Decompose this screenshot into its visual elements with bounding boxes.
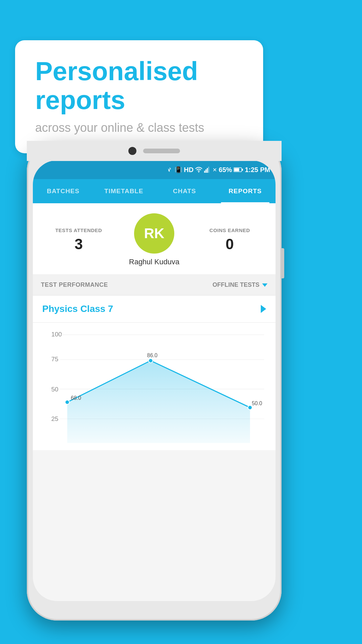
phone-top-notch [27,141,282,161]
power-button [281,248,284,278]
tests-attended-value: 3 [41,236,116,253]
data-point-2 [148,359,153,363]
y-label-25: 25 [51,415,58,422]
svg-rect-4 [208,167,209,173]
y-label-100: 100 [51,331,62,338]
tab-batches[interactable]: BATCHES [33,179,94,203]
battery-pct: 65% [219,166,232,174]
chart-area-fill [67,361,250,443]
bluetooth-icon [166,166,173,173]
filter-button[interactable]: OFFLINE TESTS [213,281,267,288]
phone-screen: 📳 HD ✕ 65% [33,160,276,601]
y-label-50: 50 [51,386,58,393]
tab-timetable[interactable]: TIMETABLE [94,179,154,203]
phone-container: 📳 HD ✕ 65% [27,141,282,621]
battery-icon [234,167,243,172]
speech-bubble: Personalised reports across your online … [15,40,263,153]
tab-chats[interactable]: CHATS [154,179,215,203]
chart-area: 100 75 50 25 [33,323,276,450]
data-label-2: 86.0 [147,353,158,358]
user-section: TESTS ATTENDED 3 RK Raghul Kuduva COINS … [33,203,276,275]
bubble-title: Personalised reports [35,57,243,115]
bubble-subtitle: across your online & class tests [35,121,243,135]
network-label: HD [184,166,193,174]
performance-chart: 100 75 50 25 [38,329,270,450]
svg-rect-6 [242,169,243,171]
phone-speaker [143,149,180,153]
coins-earned-block: COINS EARNED 0 [192,227,267,253]
tests-attended-label: TESTS ATTENDED [41,227,116,233]
data-label-1: 68.0 [71,395,81,401]
user-name: Raghul Kuduva [129,258,179,266]
svg-point-0 [198,172,199,173]
class-row[interactable]: Physics Class 7 [33,296,276,323]
coins-earned-value: 0 [192,236,267,253]
signal-icon [204,167,211,173]
vibrate-icon: 📳 [175,166,182,173]
data-point-1 [65,400,69,405]
app-content: TESTS ATTENDED 3 RK Raghul Kuduva COINS … [33,203,276,450]
no-signal-icon: ✕ [213,167,217,173]
svg-rect-2 [205,169,206,173]
wifi-icon [195,167,202,173]
tab-reports[interactable]: REPORTS [215,179,276,203]
tests-attended-block: TESTS ATTENDED 3 [41,227,116,253]
performance-label: TEST PERFORMANCE [41,281,108,288]
performance-header: TEST PERFORMANCE OFFLINE TESTS [33,275,276,296]
user-avatar: RK [134,213,174,254]
status-bar: 📳 HD ✕ 65% [33,160,276,179]
front-camera [128,147,136,155]
avatar-block: RK Raghul Kuduva [116,213,192,266]
nav-tabs: BATCHES TIMETABLE CHATS REPORTS [33,179,276,203]
svg-rect-1 [204,171,205,173]
data-label-3: 50.0 [252,400,262,406]
chevron-right-icon [261,305,266,313]
time-display: 1:25 PM [245,166,270,174]
svg-rect-3 [207,168,208,173]
coins-earned-label: COINS EARNED [192,227,267,233]
chevron-down-icon [262,283,267,287]
svg-rect-7 [234,168,239,171]
y-label-75: 75 [51,356,58,363]
status-icons: 📳 HD ✕ 65% [166,166,270,174]
class-name: Physics Class 7 [42,304,113,314]
